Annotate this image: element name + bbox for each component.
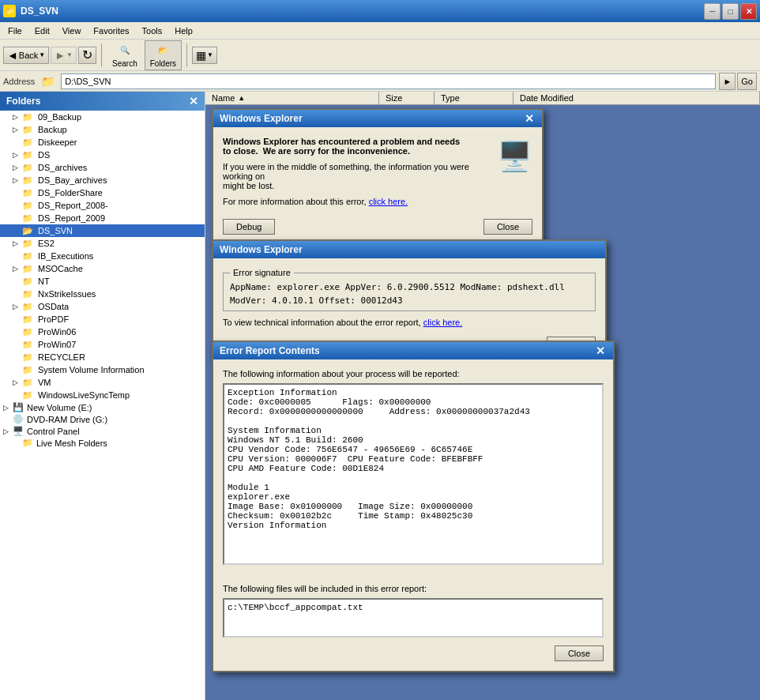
error-sig-legend: Error signature [230, 268, 294, 277]
dialog1-close-btn[interactable]: ✕ [523, 112, 536, 125]
col-type[interactable]: Type [435, 92, 514, 104]
sidebar-item-dsreport2008[interactable]: 📁 DS_Report_2008- [0, 199, 205, 212]
col-size[interactable]: Size [379, 92, 435, 104]
dialog1-click-link[interactable]: click here. [369, 197, 408, 206]
sidebar-item-ds[interactable]: ▷ 📁 DS [0, 149, 205, 161]
dialog3-close-x-btn[interactable]: ✕ [594, 344, 607, 357]
dialog3-filepath-textarea[interactable] [223, 598, 604, 638]
menu-file[interactable]: File [3, 24, 27, 37]
title-bar: 📁 DS_SVN ─ □ ✕ [0, 0, 760, 22]
sidebar-item-dssvn[interactable]: 📂 DS_SVN [0, 224, 205, 237]
col-size-label: Size [386, 93, 402, 103]
address-input[interactable] [61, 73, 716, 89]
minimize-button[interactable]: ─ [704, 3, 720, 20]
sidebar-item-backup[interactable]: ▷ 📁 Backup [0, 123, 205, 136]
toggle-osdata[interactable]: ▷ [13, 303, 22, 310]
sidebar-item-dsarchives[interactable]: ▷ 📁 DS_archives [0, 161, 205, 174]
col-name[interactable]: Name ▲ [205, 92, 379, 104]
toggle-msocache[interactable]: ▷ [13, 265, 22, 273]
item-label-prowin06: ProWin06 [38, 327, 76, 337]
refresh-button[interactable]: ↻ [78, 47, 96, 64]
back-button[interactable]: ◄ Back ▼ [3, 47, 49, 64]
menu-favorites[interactable]: Favorites [88, 24, 134, 37]
toggle-dsfoldershare [13, 189, 22, 197]
maximize-button[interactable]: □ [722, 3, 739, 20]
dialog1-buttons: Debug Close [223, 219, 532, 235]
toggle-09backup[interactable]: ▷ [13, 113, 22, 121]
address-go-button[interactable]: Go [737, 73, 757, 90]
toggle-dsbayarchives[interactable]: ▷ [13, 176, 22, 184]
view-button[interactable]: ▦ ▼ [192, 47, 217, 64]
toggle-controlpanel[interactable]: ▷ [3, 427, 13, 435]
address-nav-button[interactable]: ► [719, 73, 736, 90]
toggle-livemesh [13, 439, 22, 447]
dialog2-title-bar: Windows Explorer [213, 241, 605, 258]
toggle-sysvolinfo [13, 366, 22, 374]
dialog1-debug-button[interactable]: Debug [223, 219, 275, 235]
menu-help[interactable]: Help [170, 24, 198, 37]
sidebar-title: Folders [6, 96, 40, 107]
dialog-error-report[interactable]: Error Report Contents ✕ The following in… [212, 341, 615, 672]
toggle-recycler [13, 353, 22, 361]
forward-dropdown-icon[interactable]: ▼ [66, 51, 73, 58]
item-label-nxstrikeissues: NxStrikeIssues [38, 289, 96, 299]
folders-button[interactable]: 📂 Folders [145, 40, 182, 70]
close-button[interactable]: ✕ [740, 3, 757, 20]
search-icon: 🔍 [117, 43, 133, 58]
folder-icon-propdf: 📁 [22, 314, 35, 325]
sidebar-item-es2[interactable]: ▷ 📁 ES2 [0, 237, 205, 250]
menu-view[interactable]: View [58, 24, 86, 37]
menu-edit[interactable]: Edit [30, 24, 55, 37]
toggle-backup[interactable]: ▷ [13, 126, 22, 134]
dialog3-files-text: The following files will be included in … [223, 584, 604, 593]
toggle-dsarchives[interactable]: ▷ [13, 164, 22, 171]
sidebar-item-newvolume-e[interactable]: ▷ 💾 New Volume (E:) [0, 401, 205, 413]
sidebar-item-dsbayarchives[interactable]: ▷ 📁 DS_Bay_archives [0, 174, 205, 186]
item-label-msocache: MSOCache [38, 264, 83, 273]
toggle-vm[interactable]: ▷ [13, 378, 22, 386]
livemesh-icon: 📁 [22, 438, 33, 448]
folder-icon-dsarchives: 📁 [22, 162, 35, 173]
search-button[interactable]: 🔍 Search [107, 40, 143, 70]
sidebar-item-diskeeper[interactable]: 📁 Diskeeper [0, 136, 205, 149]
dialog-explorer-crash[interactable]: Windows Explorer ✕ Windows Explorer has … [212, 108, 544, 246]
sidebar-item-09backup[interactable]: ▷ 📁 09_Backup [0, 111, 205, 123]
sidebar-item-livemesh[interactable]: 📁 Live Mesh Folders [0, 437, 205, 449]
col-modified[interactable]: Date Modified [514, 92, 760, 104]
sidebar-item-nxstrikeissues[interactable]: 📁 NxStrikeIssues [0, 288, 205, 300]
sidebar-item-prowin07[interactable]: 📁 ProWin07 [0, 338, 205, 351]
sidebar-item-dsfoldershare[interactable]: 📁 DS_FolderShare [0, 186, 205, 199]
folder-icon-09backup: 📁 [22, 111, 35, 122]
dialog3-error-textarea[interactable] [223, 383, 604, 565]
dialog3-close-button[interactable]: Close [555, 645, 604, 661]
sidebar-item-winlivesynctemp[interactable]: 📁 WindowsLiveSyncTemp [0, 389, 205, 401]
sidebar-tree: ▷ 📁 09_Backup ▷ 📁 Backup 📁 Diskeeper ▷ 📁… [0, 111, 205, 700]
sidebar-item-msocache[interactable]: ▷ 📁 MSOCache [0, 262, 205, 275]
toggle-ds[interactable]: ▷ [13, 151, 22, 159]
sidebar-item-propdf[interactable]: 📁 ProPDF [0, 313, 205, 326]
sidebar-item-controlpanel[interactable]: ▷ 🖥️ Control Panel [0, 425, 205, 437]
dialog2-tech-text: To view technical information about the … [223, 318, 421, 327]
forward-button[interactable]: ► ▼ [51, 47, 77, 64]
dialog3-body: The following information about your pro… [213, 359, 613, 671]
sidebar-item-sysvolinfo[interactable]: 📁 System Volume Information [0, 363, 205, 376]
sidebar-close-button[interactable]: ✕ [189, 95, 198, 107]
back-dropdown-icon[interactable]: ▼ [39, 51, 45, 58]
sidebar-item-dvdram-g[interactable]: 💿 DVD-RAM Drive (G:) [0, 413, 205, 425]
dialog1-close-button[interactable]: Close [483, 219, 532, 235]
sidebar-item-recycler[interactable]: 📁 RECYCLER [0, 351, 205, 363]
toggle-newvolume-e[interactable]: ▷ [3, 404, 13, 412]
menu-tools[interactable]: Tools [137, 24, 167, 37]
toggle-es2[interactable]: ▷ [13, 239, 22, 247]
dialog2-tech-link[interactable]: click here. [423, 318, 463, 327]
view-dropdown-icon[interactable]: ▼ [207, 51, 213, 58]
sidebar-item-nt[interactable]: 📁 NT [0, 275, 205, 288]
sidebar-item-ibexecutions[interactable]: 📁 IB_Executions [0, 250, 205, 262]
sidebar-item-osdata[interactable]: ▷ 📁 OSData [0, 300, 205, 313]
folder-icon-dsfoldershare: 📁 [22, 187, 35, 198]
item-label-diskeeper: Diskeeper [38, 137, 77, 147]
sidebar-item-dsreport2009[interactable]: 📁 DS_Report_2009 [0, 212, 205, 224]
dialog1-title-label: Windows Explorer [220, 113, 303, 124]
sidebar-item-prowin06[interactable]: 📁 ProWin06 [0, 326, 205, 338]
sidebar-item-vm[interactable]: ▷ 📁 VM [0, 376, 205, 389]
